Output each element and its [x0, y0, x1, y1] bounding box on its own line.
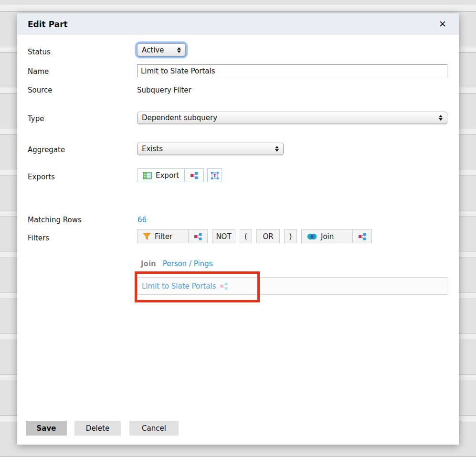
status-select-value: Active: [142, 46, 164, 54]
select-arrows-icon: [435, 115, 443, 121]
status-label: Status: [28, 48, 51, 56]
aggregate-select-value: Exists: [142, 145, 163, 153]
funnel-icon: [143, 233, 151, 240]
venn-join-icon: [307, 233, 317, 240]
join-section-header: Join Person / Pings: [141, 260, 212, 268]
source-label: Source: [28, 86, 53, 94]
branch-icon: [194, 233, 202, 240]
join-button-group: Join: [301, 229, 372, 243]
type-label: Type: [28, 114, 44, 123]
join-branch-button[interactable]: [352, 230, 371, 243]
export-table-icon: [143, 172, 152, 179]
export-button[interactable]: Export: [138, 169, 184, 182]
aggregate-select[interactable]: Exists: [137, 143, 284, 155]
select-arrows-icon: [173, 47, 181, 53]
name-input[interactable]: [137, 64, 447, 77]
source-value: Subquery Filter: [137, 86, 191, 94]
dialog-title: Edit Part: [28, 20, 68, 29]
type-select[interactable]: Dependent subquery: [137, 112, 447, 124]
select-arrows-icon: [271, 146, 279, 152]
text-element-icon: T: [211, 171, 219, 180]
open-paren-button[interactable]: (: [240, 229, 252, 243]
name-label: Name: [28, 67, 49, 76]
export-button-label: Export: [156, 171, 179, 180]
filters-label: Filters: [28, 234, 49, 242]
delete-button[interactable]: Delete: [74, 421, 121, 436]
text-element-button[interactable]: T: [207, 168, 222, 182]
not-button[interactable]: NOT: [212, 229, 235, 243]
branch-icon: [358, 233, 366, 240]
status-select[interactable]: Active: [137, 43, 186, 56]
or-button[interactable]: OR: [256, 229, 280, 243]
branch-icon: [190, 172, 198, 179]
exports-toolbar: Export: [137, 168, 222, 182]
filter-button[interactable]: Filter: [138, 230, 188, 243]
filter-button-label: Filter: [155, 232, 172, 241]
save-button[interactable]: Save: [26, 421, 67, 436]
cancel-button[interactable]: Cancel: [129, 421, 179, 436]
join-button-label: Join: [321, 232, 334, 241]
export-branch-button[interactable]: [184, 169, 203, 182]
filter-button-group: Filter: [137, 229, 208, 243]
filters-toolbar: Filter NOT ( OR ): [137, 229, 372, 243]
edit-part-dialog: Edit Part ✕ Status Active Name Source Su…: [17, 13, 459, 445]
join-table-link[interactable]: Person / Pings: [163, 260, 213, 268]
close-paren-button[interactable]: ): [284, 229, 297, 243]
matching-rows-link[interactable]: 66: [138, 216, 147, 224]
filter-item-link[interactable]: Limit to Slate Portals: [142, 282, 216, 291]
svg-text:T: T: [213, 173, 216, 178]
exports-label: Exports: [28, 173, 55, 181]
matching-rows-label: Matching Rows: [28, 216, 82, 224]
join-button[interactable]: Join: [302, 230, 352, 243]
dialog-header: Edit Part ✕: [17, 13, 459, 35]
status-select-focus-ring: Active: [136, 42, 187, 58]
close-icon[interactable]: ✕: [437, 19, 448, 30]
branch-icon: [220, 282, 228, 290]
join-heading: Join: [141, 260, 156, 268]
export-button-group: Export: [137, 168, 204, 182]
aggregate-label: Aggregate: [28, 145, 65, 154]
filter-branch-button[interactable]: [188, 230, 207, 243]
filter-item-row[interactable]: Limit to Slate Portals: [137, 277, 447, 295]
type-select-value: Dependent subquery: [142, 114, 217, 122]
